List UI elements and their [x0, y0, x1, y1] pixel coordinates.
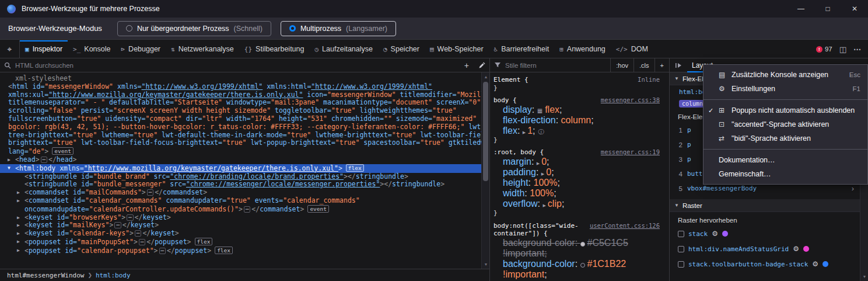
markup-scrollbar-thumb[interactable]: [483, 82, 488, 181]
badge-event[interactable]: event: [52, 147, 74, 155]
inline-expander[interactable]: ⋯: [147, 189, 153, 196]
css-declaration[interactable]: width: 100%;: [494, 188, 669, 199]
css-declaration[interactable]: background-color: #1C1B22 !important;: [494, 259, 669, 280]
badge-flex[interactable]: flex: [346, 164, 364, 172]
inactive-css-info-icon[interactable]: ⓘ: [538, 129, 544, 135]
breadcrumb-item[interactable]: html#messengerWindow: [5, 272, 86, 279]
markup-line[interactable]: <stringbundle id="bundle_messenger" src=…: [0, 181, 481, 189]
css-declaration[interactable]: overflow: ▶clip;: [494, 199, 669, 209]
markup-line[interactable]: ▶<keyset id="calendar-keys">⋯</keyset>: [0, 230, 481, 238]
flex-highlighter-icon[interactable]: ▦: [537, 107, 542, 114]
grid-settings-icon[interactable]: ⚙: [793, 245, 799, 253]
css-declaration[interactable]: background-color: #C5C1C5 !important;: [494, 238, 669, 259]
rule-selector[interactable]: body:not([class="wide-: [494, 222, 579, 230]
inline-expander[interactable]: ⋯: [244, 206, 250, 213]
breadcrumb-item[interactable]: html:body: [93, 272, 133, 279]
grid-element-link[interactable]: html:div.nameAndStatusGrid: [688, 245, 789, 253]
grid-color-swatch[interactable]: [822, 261, 828, 267]
markup-line[interactable]: ▶<commandset id="calendar_commands" comm…: [0, 197, 481, 205]
grid-color-swatch[interactable]: [722, 231, 728, 237]
scroll-up-icon[interactable]: ▲: [482, 73, 490, 81]
inline-expander[interactable]: ⋯: [127, 214, 133, 221]
tab-laufzeitanalyse[interactable]: ◷Laufzeitanalyse: [309, 40, 378, 58]
maximize-button[interactable]: □: [814, 0, 841, 18]
markup-line[interactable]: <html id="messengerWindow" xmlns="http:/…: [0, 83, 481, 91]
twisty-closed-icon[interactable]: ▶: [17, 230, 20, 238]
tab-web-speicher[interactable]: ▤Web-Speicher: [425, 40, 489, 58]
grid-checkbox[interactable]: [678, 246, 684, 252]
markup-line[interactable]: tree-brighttext="true" lwtheme="true" lw…: [0, 131, 481, 140]
markup-line[interactable]: scrolling="false" persist="screenX scree…: [0, 107, 481, 115]
error-count-button[interactable]: ! 97: [816, 46, 832, 53]
rule-selector[interactable]: Element {: [494, 76, 528, 84]
markup-line[interactable]: bgcolor: rgb(43, 42, 51); --button-hover…: [0, 123, 481, 131]
add-node-button[interactable]: +: [464, 61, 469, 70]
chevron-right-icon[interactable]: ›: [852, 184, 854, 193]
markup-line[interactable]: brighttext="true" lwt-toolbar-field-focu…: [0, 139, 481, 147]
grid-checkbox[interactable]: [678, 261, 684, 268]
inline-expander[interactable]: ⋯: [139, 239, 145, 245]
flex-item-link[interactable]: p: [687, 141, 691, 148]
grid-color-swatch[interactable]: [803, 246, 809, 252]
markup-scrollbar[interactable]: ▲ ▼: [481, 72, 489, 269]
markup-line[interactable]: xmlns:xul="http://www.mozilla.org/keymas…: [0, 91, 481, 99]
close-button[interactable]: ✕: [841, 0, 868, 18]
inline-expander[interactable]: ⋯: [159, 248, 166, 254]
markup-line[interactable]: ▶<head>⋯</head>: [0, 156, 481, 164]
grid-section-header[interactable]: ▼ Raster: [670, 199, 860, 212]
expander-icon[interactable]: ▶: [541, 172, 544, 176]
flex-item-link[interactable]: p: [687, 155, 691, 163]
menu-item[interactable]: ⇄"bidi"-Sprache aktivieren: [704, 131, 867, 145]
mode-option-2[interactable]: Multiprozess(Langsamer): [281, 21, 396, 36]
markup-line[interactable]: oncommandupdate="calendarController.upda…: [0, 205, 481, 214]
style-filter-input[interactable]: [505, 62, 610, 69]
twisty-closed-icon[interactable]: ▶: [17, 189, 20, 197]
menu-item[interactable]: ⊡"accented"-Sprache aktivieren: [704, 117, 867, 131]
eyedropper-icon[interactable]: [478, 62, 485, 69]
menu-item[interactable]: ✓⊞Popups nicht automatisch ausblenden: [704, 103, 867, 117]
markup-line[interactable]: xml-stylesheet: [0, 75, 481, 83]
inline-expander[interactable]: ⋯: [41, 157, 47, 163]
markup-line[interactable]: ▶<popupset id="mainPopupSet">⋯</popupset…: [0, 238, 481, 247]
css-declaration[interactable]: height: 100%;: [494, 178, 669, 188]
split-console-icon[interactable]: ◫: [839, 45, 846, 54]
node-picker-button[interactable]: ⌖: [0, 40, 20, 58]
markup-line[interactable]: ▶<keyset id="browserKeys">⋯</keyset>: [0, 214, 481, 222]
rule-selector[interactable]: container"]) {: [494, 230, 548, 238]
expander-icon[interactable]: ▶: [537, 161, 540, 165]
twisty-open-icon[interactable]: ▼: [8, 164, 10, 172]
scroll-down-icon[interactable]: ▼: [860, 273, 868, 280]
css-declaration[interactable]: margin: ▶0;: [494, 157, 669, 167]
markup-search-input[interactable]: [15, 62, 459, 69]
markup-line[interactable]: ▶<keyset id="mailKeys">⋯</keyset>: [0, 221, 481, 230]
flex-item-link[interactable]: vbox#messengerBody: [687, 185, 757, 192]
pseudo-class-button[interactable]: :hov: [610, 58, 634, 72]
tab-konsole[interactable]: >_Konsole: [68, 40, 116, 58]
grid-element-link[interactable]: stack: [688, 230, 708, 238]
badge-event[interactable]: event: [307, 205, 329, 213]
color-swatch[interactable]: [580, 242, 585, 247]
flex-item-link[interactable]: p: [687, 126, 691, 134]
rule-selector[interactable]: body {: [494, 96, 517, 105]
css-declaration[interactable]: flex: ▶1;ⓘ: [494, 126, 669, 136]
menu-item[interactable]: Dokumentation…: [704, 153, 867, 167]
markup-line[interactable]: ▼<html:body xmlns="http://www.mozilla.or…: [0, 164, 481, 173]
expander-icon[interactable]: ▶: [542, 203, 545, 207]
scroll-down-icon[interactable]: ▼: [482, 261, 490, 268]
css-declaration[interactable]: padding: ▶0;: [494, 167, 669, 178]
twisty-closed-icon[interactable]: ▶: [17, 221, 20, 230]
rule-source-link[interactable]: userContent.css:126: [590, 222, 669, 230]
sidebar-toggle-icon[interactable]: [675, 63, 682, 68]
expander-icon[interactable]: ▶: [523, 130, 526, 134]
tab-anwendung[interactable]: ⊞Anwendung: [554, 40, 611, 58]
markup-line[interactable]: lang="de">event: [0, 147, 481, 156]
css-declaration[interactable]: display: ▦flex;: [494, 105, 669, 115]
twisty-closed-icon[interactable]: ▶: [17, 238, 20, 246]
css-declaration[interactable]: flex-direction: column;: [494, 115, 669, 126]
tab-speicher[interactable]: ◔Speicher: [378, 40, 425, 58]
tab-stilbearbeitung[interactable]: {}Stilbearbeitung: [239, 40, 310, 58]
rule-source-link[interactable]: messenger.css:38: [601, 96, 669, 105]
inline-expander[interactable]: ⋯: [135, 230, 141, 237]
tab-barrierefreiheit[interactable]: ♿Barrierefreiheit: [489, 40, 555, 58]
grid-element-link[interactable]: stack.toolbarbutton-badge-stack: [688, 261, 808, 268]
